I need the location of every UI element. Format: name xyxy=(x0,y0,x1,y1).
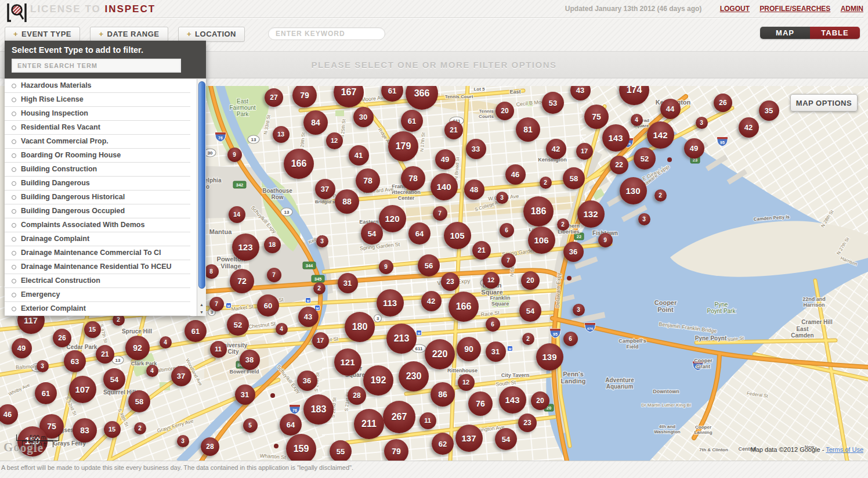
map-cluster-marker[interactable]: 6 xyxy=(486,317,500,332)
map-cluster-marker[interactable]: 86 xyxy=(431,382,455,407)
map-cluster-marker[interactable]: 20 xyxy=(496,102,514,120)
event-type-option[interactable]: Building Dangerous Occupied xyxy=(5,204,190,218)
map-options-button[interactable]: MAP OPTIONS xyxy=(790,94,858,112)
map-cluster-marker[interactable]: 21 xyxy=(444,121,463,139)
map-cluster-marker[interactable]: 12 xyxy=(326,132,343,149)
map-cluster-marker[interactable]: 33 xyxy=(466,139,486,159)
map-cluster-marker[interactable]: 52 xyxy=(227,314,249,336)
map-cluster-marker[interactable]: 106 xyxy=(528,227,555,254)
map-cluster-marker[interactable]: 12 xyxy=(483,272,500,289)
map-cluster-marker[interactable]: 166 xyxy=(449,292,479,322)
map-cluster-marker[interactable]: 55 xyxy=(330,440,352,461)
map-cluster-marker[interactable]: 9 xyxy=(379,260,393,274)
map-cluster-marker[interactable]: 28 xyxy=(348,386,366,405)
keyword-input[interactable] xyxy=(268,27,385,40)
map-cluster-marker[interactable]: 6 xyxy=(500,223,514,238)
map-cluster-marker[interactable]: 121 xyxy=(334,348,361,376)
map-cluster-marker[interactable]: 6 xyxy=(563,332,578,346)
map-cluster-marker[interactable]: 37 xyxy=(315,179,335,199)
map-cluster-marker[interactable]: 3 xyxy=(696,117,708,129)
map-cluster-marker[interactable]: 9 xyxy=(598,233,613,247)
map-cluster-marker[interactable]: 36 xyxy=(563,242,584,262)
event-type-option[interactable]: Exterior Complaint xyxy=(5,302,190,316)
event-type-option[interactable]: Drainage Complaint xyxy=(5,232,190,246)
map-cluster-marker[interactable]: 20 xyxy=(521,271,540,290)
map-cluster-marker[interactable]: 58 xyxy=(128,390,150,412)
map-cluster-marker[interactable]: 37 xyxy=(171,366,191,386)
event-type-option[interactable]: Boarding Or Rooming House xyxy=(5,149,190,163)
map-cluster-marker[interactable]: 137 xyxy=(455,425,483,452)
map-cluster-marker[interactable]: 166 xyxy=(284,149,314,179)
map-cluster-marker[interactable]: 26 xyxy=(714,94,732,112)
map-cluster-marker[interactable]: 11 xyxy=(419,412,436,429)
map-cluster-marker[interactable]: 139 xyxy=(536,343,563,371)
map-cluster-marker[interactable]: 90 xyxy=(457,337,481,361)
map-cluster-marker[interactable]: 75 xyxy=(584,105,609,129)
event-type-option[interactable]: Hazardous Materials xyxy=(5,79,190,93)
map-cluster-marker[interactable]: 159 xyxy=(286,434,316,461)
map-cluster-marker[interactable]: 53 xyxy=(542,92,564,114)
map-cluster-marker[interactable]: 7 xyxy=(267,268,281,282)
map-cluster-marker[interactable]: 21 xyxy=(472,241,491,260)
map-cluster-marker[interactable]: 54 xyxy=(495,428,517,450)
map-cluster-marker[interactable]: 78 xyxy=(401,166,425,191)
map-cluster-marker[interactable]: 123 xyxy=(232,233,259,261)
map-cluster-marker[interactable]: 36 xyxy=(297,371,317,391)
map-cluster-marker[interactable]: 105 xyxy=(444,222,471,249)
map-cluster-marker[interactable]: 42 xyxy=(739,117,759,138)
map-cluster-marker[interactable]: 211 xyxy=(354,409,384,439)
terms-of-use-link[interactable]: Terms of Use xyxy=(826,446,863,453)
map-cluster-marker[interactable]: 7 xyxy=(433,206,447,221)
map-cluster-marker[interactable]: 46 xyxy=(505,164,526,185)
map-cluster-marker[interactable]: 183 xyxy=(303,394,334,425)
map-cluster-marker[interactable]: 17 xyxy=(312,332,329,349)
event-type-filter-button[interactable]: +EVENT TYPE xyxy=(5,27,80,42)
scrollbar-thumb[interactable] xyxy=(198,81,205,289)
map-cluster-marker[interactable]: 12 xyxy=(458,374,475,391)
map-cluster-marker[interactable]: 3 xyxy=(177,435,189,447)
event-type-option[interactable]: Housing Inspection xyxy=(5,107,190,121)
map-cluster-marker[interactable]: 15 xyxy=(84,321,101,338)
map-cluster-marker[interactable]: 23 xyxy=(518,414,537,432)
map-cluster-marker[interactable]: 60 xyxy=(257,294,279,317)
scroll-down-icon[interactable]: ▼ xyxy=(197,308,206,316)
profile-searches-link[interactable]: PROFILE/SEARCHES xyxy=(760,5,830,13)
map-cluster-marker[interactable]: 18 xyxy=(264,236,281,253)
map-cluster-marker[interactable]: 31 xyxy=(486,342,506,362)
map-cluster-marker[interactable]: 76 xyxy=(468,391,493,416)
map-cluster-marker[interactable]: 220 xyxy=(425,339,455,369)
map-cluster-marker[interactable]: 186 xyxy=(523,196,554,227)
map-cluster-marker[interactable]: 43 xyxy=(298,307,319,327)
map-cluster-marker[interactable]: 7 xyxy=(209,297,224,311)
map-cluster-marker[interactable]: 5 xyxy=(243,418,258,433)
map-cluster-marker[interactable]: 2 xyxy=(313,282,326,294)
map-cluster-marker[interactable]: 46 xyxy=(0,404,18,425)
map-cluster-marker[interactable]: 61 xyxy=(35,382,57,404)
map-cluster-marker[interactable]: 130 xyxy=(620,177,647,204)
map-cluster-marker[interactable]: 3 xyxy=(37,360,49,372)
map-cluster-marker[interactable]: 92 xyxy=(125,336,150,360)
scroll-up-icon[interactable]: ▲ xyxy=(197,301,206,308)
map-cluster-marker[interactable]: 15 xyxy=(104,421,121,438)
map-cluster-marker[interactable]: 26 xyxy=(53,329,71,347)
map-cluster-marker[interactable]: 140 xyxy=(431,173,458,200)
map-cluster-marker[interactable]: 54 xyxy=(361,222,383,245)
table-view-tab[interactable]: TABLE xyxy=(810,27,860,39)
map-cluster-marker[interactable]: 31 xyxy=(338,273,358,293)
map-cluster-marker[interactable]: 2 xyxy=(540,177,552,189)
logout-link[interactable]: LOGOUT xyxy=(720,5,750,13)
map-cluster-marker[interactable]: 2 xyxy=(522,333,534,345)
event-type-option[interactable]: Drainage Maintenance Residential To HCEU xyxy=(5,260,190,274)
admin-link[interactable]: ADMIN xyxy=(841,5,863,13)
map-cluster-marker[interactable]: 107 xyxy=(69,376,96,403)
map-cluster-marker[interactable]: 2 xyxy=(654,189,667,202)
scrollbar-track[interactable]: ▲▼ xyxy=(197,79,206,316)
event-type-option[interactable]: Complaints Associated With Demos xyxy=(5,218,190,232)
event-type-search-input[interactable] xyxy=(12,59,181,73)
event-type-option[interactable]: Building Dangerous Historical xyxy=(5,191,190,204)
map-cluster-marker[interactable]: 3 xyxy=(638,213,650,225)
map-cluster-marker[interactable]: 49 xyxy=(435,149,455,170)
event-type-option[interactable]: Drainage Maintenance Commercial To CI xyxy=(5,246,190,260)
map-cluster-marker[interactable]: 38 xyxy=(240,350,260,370)
map-cluster-marker[interactable]: 7 xyxy=(501,253,516,268)
